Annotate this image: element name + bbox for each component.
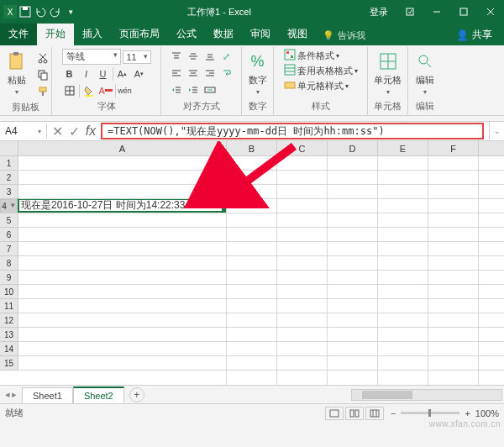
ribbon-options-icon[interactable] [396, 0, 423, 24]
row-header[interactable]: 12 [0, 313, 18, 328]
tab-formulas[interactable]: 公式 [168, 24, 205, 45]
zoom-slider[interactable] [401, 412, 459, 414]
chevron-down-icon: ▾ [256, 88, 260, 96]
maximize-icon[interactable] [450, 0, 477, 24]
font-size-select[interactable]: 11 [123, 50, 151, 64]
tab-home[interactable]: 开始 [37, 24, 74, 45]
phonetic-icon[interactable]: wén [118, 83, 133, 98]
row-header[interactable]: 7 [0, 242, 18, 256]
sheet-nav-next-icon[interactable]: ▸ [12, 389, 17, 400]
sheet-nav-prev-icon[interactable]: ◂ [5, 389, 10, 400]
row-header[interactable]: 15 [0, 356, 18, 371]
tab-data[interactable]: 数据 [205, 24, 242, 45]
redo-icon[interactable] [49, 5, 62, 18]
tab-view[interactable]: 视图 [279, 24, 316, 45]
row-header[interactable]: 5 [0, 213, 18, 228]
paste-button[interactable]: 粘贴 ▾ [2, 49, 32, 96]
share-button[interactable]: 👤共享 [444, 24, 504, 45]
align-bottom-icon[interactable] [202, 49, 218, 64]
cancel-icon[interactable]: ✕ [50, 124, 64, 138]
row-header[interactable]: 3 [0, 185, 18, 199]
expand-formula-icon[interactable]: ⌄ [489, 122, 504, 140]
align-middle-icon[interactable] [186, 49, 201, 64]
svg-rect-16 [41, 73, 47, 80]
border-icon[interactable] [62, 83, 77, 98]
cut-icon[interactable] [35, 50, 50, 66]
col-header[interactable]: F [428, 141, 479, 155]
row-header[interactable]: 10 [0, 285, 18, 299]
fx-icon[interactable]: fx [84, 124, 97, 138]
italic-button[interactable]: I [79, 66, 94, 82]
name-box[interactable]: A4 [0, 124, 47, 139]
cond-format-icon [284, 49, 296, 62]
minimize-icon[interactable] [423, 0, 450, 24]
enter-icon[interactable]: ✓ [67, 124, 81, 138]
tab-layout[interactable]: 页面布局 [111, 24, 168, 45]
table-format-button[interactable]: 套用表格格式▾ [284, 64, 358, 77]
formula-bar[interactable]: =TEXT(NOW(),"现在是yyyy-mm-dd日 时间为hh:mm:ss"… [102, 123, 482, 140]
sheet-tab-1[interactable]: Sheet1 [22, 387, 73, 403]
col-header[interactable]: D [328, 141, 378, 155]
tellme[interactable]: 💡告诉我 [316, 26, 444, 45]
copy-icon[interactable] [35, 67, 50, 82]
tab-insert[interactable]: 插入 [74, 24, 111, 45]
cells-button[interactable]: 单元格▾ [373, 49, 403, 96]
align-top-icon[interactable] [169, 49, 184, 64]
row-header[interactable]: 1 [0, 156, 18, 171]
fill-color-icon[interactable] [81, 83, 97, 98]
increase-font-icon[interactable]: A▴ [115, 66, 130, 82]
active-cell[interactable]: 现在是2016-10-27日 时间为14:22:33 [18, 198, 226, 213]
page-break-view-icon[interactable] [365, 407, 384, 420]
bold-button[interactable]: B [62, 66, 77, 82]
col-header[interactable]: B [227, 141, 277, 155]
row-header[interactable]: 9 [0, 271, 18, 285]
row-header[interactable]: 11 [0, 299, 18, 313]
sheet-tab-2[interactable]: Sheet2 [73, 387, 124, 403]
svg-rect-17 [39, 87, 46, 92]
zoom-in-icon[interactable]: + [465, 408, 470, 418]
col-header[interactable]: A [18, 141, 227, 155]
zoom-out-icon[interactable]: − [391, 408, 396, 418]
save-icon[interactable] [18, 5, 32, 18]
font-name-select[interactable]: 等线 [62, 49, 121, 65]
row-header[interactable]: 8 [0, 256, 18, 271]
format-painter-icon[interactable] [35, 84, 50, 99]
page-layout-view-icon[interactable] [345, 407, 364, 420]
merge-icon[interactable] [202, 82, 218, 97]
decrease-font-icon[interactable]: A▾ [132, 66, 147, 82]
status-text: 就绪 [5, 407, 24, 419]
zoom-level[interactable]: 100% [475, 408, 499, 418]
login-link[interactable]: 登录 [361, 6, 396, 18]
orientation-icon[interactable]: ⤢ [219, 49, 234, 64]
select-all-corner[interactable] [0, 141, 18, 156]
h-scrollbar[interactable] [351, 389, 502, 401]
editing-button[interactable]: 编辑▾ [410, 49, 440, 96]
col-header[interactable]: C [277, 141, 328, 155]
close-icon[interactable] [477, 0, 504, 24]
wrap-text-icon[interactable] [219, 66, 234, 81]
tab-file[interactable]: 文件 [0, 24, 37, 45]
font-color-icon[interactable]: A [98, 83, 113, 98]
increase-indent-icon[interactable] [186, 82, 201, 97]
add-sheet-button[interactable]: + [129, 387, 144, 402]
row-header[interactable]: 14 [0, 342, 18, 356]
row-header[interactable]: 6 [0, 228, 18, 242]
align-left-icon[interactable] [169, 66, 184, 81]
decrease-indent-icon[interactable] [169, 82, 184, 97]
group-styles: 样式 [312, 98, 330, 115]
tab-review[interactable]: 审阅 [242, 24, 279, 45]
row-header[interactable]: 2 [0, 171, 18, 185]
normal-view-icon[interactable] [325, 407, 344, 420]
cell-style-button[interactable]: 单元格样式▾ [284, 79, 358, 92]
row-header[interactable]: 13 [0, 328, 18, 342]
share-icon: 👤 [456, 29, 469, 41]
underline-button[interactable]: U [96, 66, 111, 82]
qat-more-icon[interactable]: ▾ [64, 5, 77, 18]
col-header[interactable]: E [378, 141, 428, 155]
align-center-icon[interactable] [186, 66, 201, 81]
row-header[interactable]: 4 [0, 199, 18, 213]
conditional-format-button[interactable]: 条件格式▾ [284, 49, 358, 62]
number-button[interactable]: % 数字 ▾ [243, 49, 273, 96]
undo-icon[interactable] [34, 5, 47, 18]
align-right-icon[interactable] [202, 66, 218, 81]
